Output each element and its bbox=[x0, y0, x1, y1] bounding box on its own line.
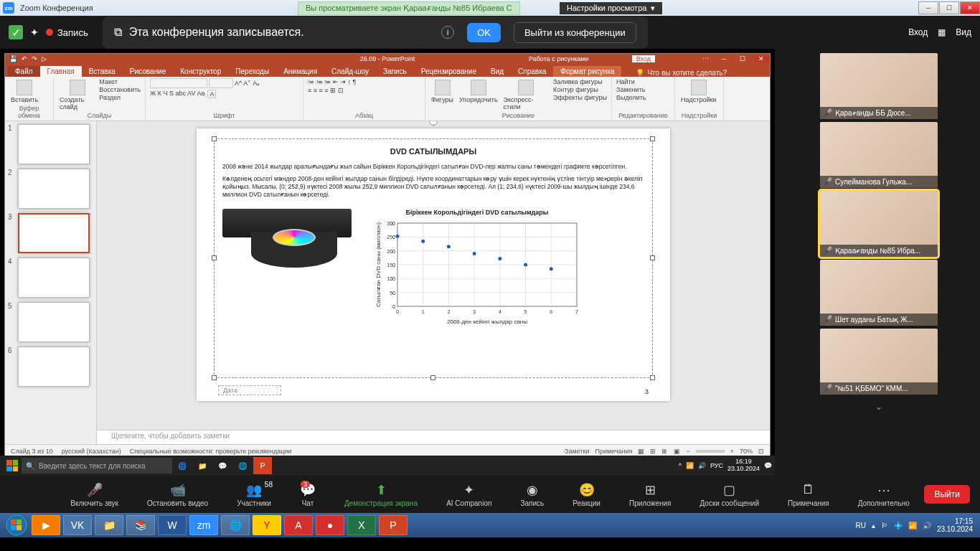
view-label[interactable]: Вид bbox=[956, 27, 971, 37]
tab-home[interactable]: Главная bbox=[40, 66, 82, 77]
resize-handle-e[interactable] bbox=[650, 255, 655, 260]
reset-button[interactable]: Восстановить bbox=[99, 86, 141, 93]
slide-thumbnails-panel[interactable]: 1 2 3 4 5 6 bbox=[5, 121, 97, 444]
taskbar-yandex[interactable]: Y bbox=[253, 515, 281, 535]
tool-reactions[interactable]: 😊Реакции bbox=[573, 482, 600, 507]
slide-editor[interactable]: DVD САТЫЛЫМДАРЫ 2008 және 2014 жылдар ар… bbox=[97, 121, 770, 444]
system-tray[interactable]: RU ▴ 🏳 💠 📶 🔊 17:15 23.10.2024 bbox=[855, 517, 977, 533]
shape-effects-button[interactable]: Эффекты фигуры bbox=[553, 94, 607, 101]
ok-button[interactable]: OK bbox=[467, 23, 501, 42]
tab-record[interactable]: Запись bbox=[376, 66, 414, 77]
select-button[interactable]: Выделить bbox=[616, 94, 646, 101]
tray-notifications-icon[interactable]: 💬 bbox=[764, 462, 772, 469]
status-comments-button[interactable]: Примечания bbox=[595, 448, 632, 455]
replace-button[interactable]: Заменить bbox=[616, 86, 646, 93]
leave-conference-button[interactable]: Выйти из конференции bbox=[514, 22, 636, 43]
participant-tile-3[interactable]: 🎤̸Шет ауданы Батық Ж... bbox=[820, 260, 938, 326]
status-language[interactable]: русский (Казахстан) bbox=[62, 448, 121, 455]
section-button[interactable]: Раздел bbox=[99, 94, 141, 101]
participant-tile-4[interactable]: 🎤̸"№51 ҚББМО" КММ... bbox=[820, 329, 938, 395]
tab-review[interactable]: Рецензирование bbox=[414, 66, 484, 77]
shapes-button[interactable]: Фигуры bbox=[430, 78, 455, 105]
tool-participants[interactable]: 👥58Участники bbox=[237, 482, 271, 507]
taskbar-acrobat[interactable]: A bbox=[284, 515, 313, 535]
quick-styles-button[interactable]: Экспресс-стили bbox=[502, 78, 550, 112]
tool-share-screen[interactable]: ⬆Демонстрация экрана bbox=[344, 482, 418, 507]
inner-app-explorer[interactable]: 📁 bbox=[193, 457, 212, 474]
info-icon[interactable]: i bbox=[441, 26, 454, 39]
taskbar-vk[interactable]: VK bbox=[63, 515, 92, 535]
tab-transitions[interactable]: Переходы bbox=[228, 66, 276, 77]
start-button[interactable] bbox=[3, 514, 30, 536]
zoom-level[interactable]: 70% bbox=[740, 448, 753, 455]
reading-view-icon[interactable]: 🗎 bbox=[661, 448, 668, 455]
inner-app-skype[interactable]: 💬 bbox=[213, 457, 232, 474]
rotation-handle[interactable] bbox=[429, 121, 438, 126]
grid-view-icon[interactable]: ▦ bbox=[938, 27, 946, 37]
slideshow-view-icon[interactable]: ▣ bbox=[674, 448, 680, 455]
tab-format[interactable]: Формат рисунка bbox=[553, 66, 621, 77]
normal-view-icon[interactable]: ▦ bbox=[638, 448, 644, 455]
arrange-button[interactable]: Упорядочить bbox=[458, 78, 499, 105]
view-settings-dropdown[interactable]: Настройки просмотра ▾ bbox=[560, 2, 662, 14]
inner-app-edge[interactable]: 🌐 bbox=[233, 457, 252, 474]
tab-animations[interactable]: Анимация bbox=[276, 66, 324, 77]
find-button[interactable]: Найти bbox=[616, 78, 646, 85]
sorter-view-icon[interactable]: ⊞ bbox=[650, 448, 656, 455]
tab-slideshow[interactable]: Слайд-шоу bbox=[324, 66, 376, 77]
taskbar-media-player[interactable]: ▶ bbox=[32, 515, 60, 535]
taskbar-zoom[interactable]: zm bbox=[189, 515, 218, 535]
tab-help[interactable]: Справка bbox=[511, 66, 553, 77]
date-placeholder[interactable]: Дата bbox=[218, 385, 281, 395]
tool-chat[interactable]: 💬3Чат bbox=[300, 482, 316, 507]
participant-tile-1[interactable]: 🎤̸Сулейманова Гульжа... bbox=[820, 122, 938, 188]
inner-app-cortana[interactable]: 🌀 bbox=[173, 457, 192, 474]
taskbar-app-red[interactable]: ● bbox=[316, 515, 344, 535]
undo-icon[interactable]: ↶ bbox=[22, 55, 27, 62]
maximize-button[interactable]: ☐ bbox=[939, 1, 959, 14]
resize-handle-se[interactable] bbox=[650, 375, 655, 380]
tool-whiteboard[interactable]: ▢Доски сообщений bbox=[699, 482, 759, 507]
tray-zoom-icon[interactable]: 💠 bbox=[894, 522, 903, 529]
tray-volume-icon[interactable]: 🔊 bbox=[698, 462, 706, 469]
new-slide-button[interactable]: Создать слайд bbox=[58, 78, 96, 112]
collapse-participants-button[interactable]: ⌄ bbox=[778, 397, 980, 415]
tray-language[interactable]: RU bbox=[855, 522, 865, 529]
enter-link[interactable]: Вход bbox=[908, 27, 928, 37]
tray-chevron-icon[interactable]: ^ bbox=[679, 462, 682, 469]
zoom-slider[interactable] bbox=[696, 450, 725, 453]
resize-handle-sw[interactable] bbox=[212, 375, 217, 380]
paste-button[interactable]: Вставить bbox=[9, 78, 39, 105]
ppt-signin-button[interactable]: Вход bbox=[632, 55, 655, 62]
taskbar-chrome[interactable]: 🌐 bbox=[221, 515, 250, 535]
ppt-ribbon-options-icon[interactable]: ⋯ bbox=[697, 55, 714, 62]
taskbar-excel[interactable]: X bbox=[347, 515, 376, 535]
ppt-minimize-button[interactable]: ─ bbox=[715, 55, 732, 62]
status-accessibility[interactable]: Специальные возможности: проверьте реком… bbox=[130, 448, 292, 455]
tray-network-icon[interactable]: 📶 bbox=[908, 522, 917, 529]
slide-canvas-content[interactable]: DVD САТЫЛЫМДАРЫ 2008 және 2014 жылдар ар… bbox=[197, 128, 670, 401]
tool-video[interactable]: 📹Остановить видео bbox=[147, 482, 208, 507]
tray-flag-icon[interactable]: 🏳 bbox=[881, 522, 888, 529]
star-icon[interactable]: ✦ bbox=[30, 27, 39, 38]
inner-system-tray[interactable]: ^ 📶 🔊 РУС 16:19 23.10.2024 💬 bbox=[679, 458, 772, 473]
participant-tile-2[interactable]: 🎤̸Қараағанды №85 Ибра... bbox=[820, 191, 938, 257]
tab-file[interactable]: Файл bbox=[8, 66, 40, 77]
shape-outline-button[interactable]: Контур фигуры bbox=[553, 86, 607, 93]
addins-button[interactable]: Надстройки bbox=[679, 78, 717, 105]
save-icon[interactable]: 💾 bbox=[9, 55, 17, 62]
inner-app-powerpoint[interactable]: P bbox=[253, 457, 272, 474]
tray-chevron-up-icon[interactable]: ▴ bbox=[872, 522, 875, 529]
tray-language[interactable]: РУС bbox=[710, 462, 723, 469]
tool-record[interactable]: ◉Запись bbox=[521, 482, 545, 507]
tab-draw[interactable]: Рисование bbox=[123, 66, 173, 77]
shield-icon[interactable]: ✓ bbox=[9, 25, 23, 39]
status-notes-button[interactable]: Заметки bbox=[565, 448, 589, 455]
resize-handle-ne[interactable] bbox=[650, 136, 655, 141]
inner-start-button[interactable] bbox=[3, 457, 22, 474]
tool-more[interactable]: ⋯Дополнительно bbox=[858, 482, 910, 507]
redo-icon[interactable]: ↷ bbox=[32, 55, 37, 62]
thumbnail-3[interactable]: 3 bbox=[8, 213, 93, 253]
tool-notes[interactable]: 🗒Примечания bbox=[788, 482, 829, 507]
exit-meeting-button[interactable]: Выйти bbox=[924, 485, 970, 504]
